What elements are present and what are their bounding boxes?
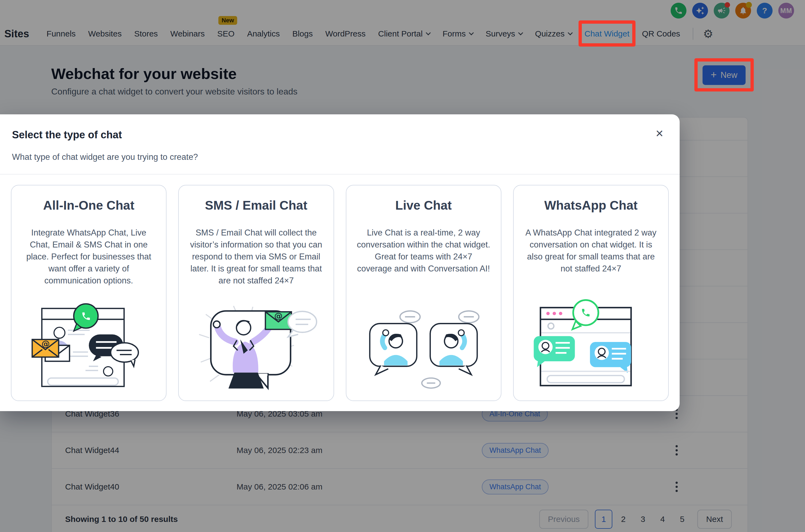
- card-title: All-In-One Chat: [22, 198, 155, 213]
- modal-title: Select the type of chat: [12, 129, 122, 141]
- chat-type-cards: All-In-One Chat Integrate WhatsApp Chat,…: [0, 174, 680, 401]
- modal-question: What type of chat widget are you trying …: [0, 141, 680, 162]
- select-chat-type-modal: Select the type of chat × What type of c…: [0, 114, 680, 411]
- card-all-in-one-chat[interactable]: All-In-One Chat Integrate WhatsApp Chat,…: [11, 185, 166, 401]
- card-title: Live Chat: [357, 198, 491, 213]
- card-description: SMS / Email Chat will collect the visito…: [189, 227, 323, 287]
- card-whatsapp-chat[interactable]: WhatsApp Chat A WhatsApp Chat integrated…: [513, 185, 669, 401]
- card-live-chat[interactable]: Live Chat Live Chat is a real-time, 2 wa…: [346, 185, 501, 401]
- card-title: SMS / Email Chat: [189, 198, 323, 213]
- card-description: Integrate WhatsApp Chat, Live Chat, Emai…: [22, 227, 155, 287]
- sms-email-chat-illustration: @: [179, 299, 333, 396]
- live-chat-illustration: [346, 299, 501, 396]
- all-in-one-chat-illustration: @: [12, 299, 166, 396]
- close-icon[interactable]: ×: [656, 129, 663, 138]
- whatsapp-chat-illustration: [514, 299, 668, 396]
- card-description: Live Chat is a real-time, 2 way conversa…: [357, 227, 491, 275]
- card-description: A WhatsApp Chat integrated 2 way convers…: [524, 227, 658, 275]
- svg-text:@: @: [41, 339, 50, 348]
- svg-text:@: @: [274, 311, 282, 321]
- card-sms-email-chat[interactable]: SMS / Email Chat SMS / Email Chat will c…: [178, 185, 334, 401]
- card-title: WhatsApp Chat: [524, 198, 658, 213]
